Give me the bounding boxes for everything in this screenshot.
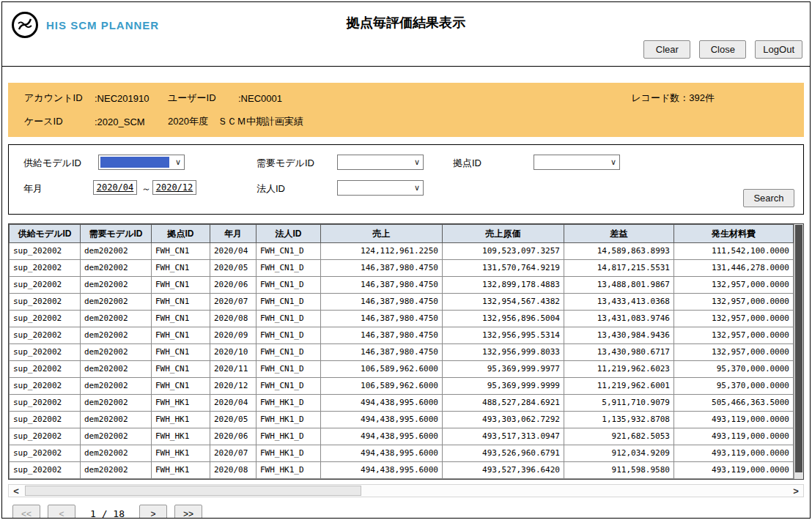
prev-page-button[interactable]: < — [48, 505, 75, 519]
table-cell: 13,430,984.9436 — [564, 327, 674, 344]
demand-model-select[interactable]: ∨ — [337, 155, 424, 170]
table-cell: 131,446,278.0000 — [674, 260, 794, 277]
table-cell: 132,957,000.0000 — [674, 277, 794, 294]
table-cell: FWH_HK1_D — [256, 412, 321, 428]
table-row: sup_202002dem202002FWH_HK12020/06FWH_HK1… — [10, 428, 794, 445]
table-cell: sup_202002 — [10, 428, 81, 445]
table-cell: 146,387,980.4750 — [321, 294, 443, 311]
table-cell: sup_202002 — [10, 344, 81, 361]
chevron-down-icon: ∨ — [610, 157, 616, 168]
table-cell: dem202002 — [81, 327, 152, 344]
table-cell: 494,438,995.6000 — [321, 395, 443, 412]
table-cell: 493,119,000.0000 — [674, 412, 794, 428]
yearmonth-separator: ～ — [141, 182, 151, 196]
table-cell: 11,219,962.6001 — [564, 378, 674, 395]
search-button[interactable]: Search — [743, 189, 794, 207]
table-cell: 2020/09 — [210, 327, 256, 344]
yearmonth-from-input[interactable] — [93, 180, 137, 195]
user-id-value: :NEC0001 — [238, 93, 282, 104]
chevron-down-icon: ∨ — [414, 182, 420, 193]
table-cell: FWH_CN1 — [152, 243, 210, 260]
next-page-button[interactable]: > — [139, 505, 167, 519]
table-cell: 2020/11 — [210, 361, 256, 378]
table-cell: FWH_CN1 — [152, 344, 210, 361]
table-cell: 111,542,100.0000 — [674, 243, 794, 260]
yearmonth-label: 年月 — [23, 182, 43, 196]
logout-button[interactable]: LogOut — [755, 40, 802, 59]
table-cell: 493,527,396.6420 — [443, 462, 564, 479]
table-cell: FWH_CN1 — [152, 327, 210, 344]
yearmonth-to-input[interactable] — [152, 180, 196, 195]
table-cell: 13,433,413.0368 — [564, 294, 674, 311]
table-cell: dem202002 — [81, 445, 152, 462]
table-cell: 2020/04 — [210, 395, 256, 412]
column-header: 法人ID — [256, 225, 321, 243]
table-cell: FWH_CN1_D — [256, 361, 321, 378]
table-cell: sup_202002 — [10, 327, 81, 344]
column-header: 売上原価 — [443, 225, 564, 243]
record-count: レコード数：392件 — [631, 92, 715, 105]
selected-option-highlight — [100, 157, 169, 168]
table-cell: 493,119,000.0000 — [674, 445, 794, 462]
table-cell: dem202002 — [81, 378, 152, 395]
table-cell: 131,570,764.9219 — [443, 260, 564, 277]
table-cell: 494,438,995.6000 — [321, 428, 443, 445]
table-row: sup_202002dem202002FWH_CN12020/09FWH_CN1… — [10, 327, 794, 344]
table-vertical-scrollbar[interactable] — [794, 224, 803, 479]
table-cell: dem202002 — [81, 243, 152, 260]
table-row: sup_202002dem202002FWH_CN12020/12FWH_CN1… — [10, 378, 794, 395]
last-page-button[interactable]: >> — [174, 505, 202, 519]
table-cell: 493,526,960.6791 — [443, 445, 564, 462]
table-cell: dem202002 — [81, 260, 152, 277]
table-cell: FWH_HK1_D — [256, 462, 321, 479]
table-cell: 1,135,932.8708 — [564, 412, 674, 428]
table-cell: 2020/07 — [210, 294, 256, 311]
vertical-scrollbar-thumb[interactable] — [795, 225, 802, 472]
table-cell: FWH_CN1_D — [256, 294, 321, 311]
table-cell: 912,034.9209 — [564, 445, 674, 462]
account-id-value: :NEC201910 — [95, 93, 168, 104]
horizontal-scrollbar-track[interactable] — [23, 485, 789, 497]
table-row: sup_202002dem202002FWH_CN12020/10FWH_CN1… — [10, 344, 794, 361]
supply-model-select[interactable]: ∨ — [98, 155, 185, 170]
table-horizontal-scrollbar[interactable]: < > — [8, 484, 804, 497]
header-row: 供給モデルID需要モデルID拠点ID年月法人ID売上売上原価差益発生材料費 — [10, 225, 794, 243]
table-row: sup_202002dem202002FWH_HK12020/05FWH_HK1… — [10, 412, 794, 428]
table-cell: dem202002 — [81, 344, 152, 361]
table-cell: 493,119,000.0000 — [674, 428, 794, 445]
case-id-value: :2020_SCM — [95, 116, 168, 127]
table-cell: sup_202002 — [10, 412, 81, 428]
table-cell: sup_202002 — [10, 243, 81, 260]
table-row: sup_202002dem202002FWH_CN12020/05FWH_CN1… — [10, 260, 794, 277]
horizontal-scrollbar-thumb[interactable] — [25, 486, 361, 496]
table-cell: 2020/07 — [210, 445, 256, 462]
table-cell: sup_202002 — [10, 277, 81, 294]
table-cell: sup_202002 — [10, 445, 81, 462]
table-cell: FWH_HK1 — [152, 462, 210, 479]
table-row: sup_202002dem202002FWH_HK12020/07FWH_HK1… — [10, 445, 794, 462]
close-button[interactable]: Close — [699, 40, 746, 59]
pagination: << < 1 / 18 > >> — [8, 505, 804, 519]
scroll-left-icon[interactable]: < — [9, 486, 23, 497]
first-page-button[interactable]: << — [12, 505, 40, 519]
table-cell: FWH_CN1_D — [256, 243, 321, 260]
corporation-id-select[interactable]: ∨ — [337, 180, 424, 196]
scroll-right-icon[interactable]: > — [789, 486, 803, 497]
table-cell: dem202002 — [81, 412, 152, 428]
chevron-down-icon: ∨ — [175, 157, 181, 168]
table-cell: 106,589,962.6000 — [321, 378, 443, 395]
clear-button[interactable]: Clear — [643, 40, 690, 59]
table-cell: 494,438,995.6000 — [321, 412, 443, 428]
table-cell: 493,119,000.0000 — [674, 462, 794, 479]
table-cell: 132,956,896.5004 — [443, 311, 564, 327]
table-cell: FWH_CN1_D — [256, 327, 321, 344]
column-header: 拠点ID — [152, 225, 210, 243]
table-cell: sup_202002 — [10, 395, 81, 412]
site-id-select[interactable]: ∨ — [534, 155, 620, 170]
table-cell: 493,303,062.7292 — [443, 412, 564, 428]
table-cell: 124,112,961.2250 — [321, 243, 443, 260]
table-cell: dem202002 — [81, 311, 152, 327]
table-cell: 921,682.5053 — [564, 428, 674, 445]
table-cell: sup_202002 — [10, 294, 81, 311]
table-cell: FWH_CN1 — [152, 311, 210, 327]
